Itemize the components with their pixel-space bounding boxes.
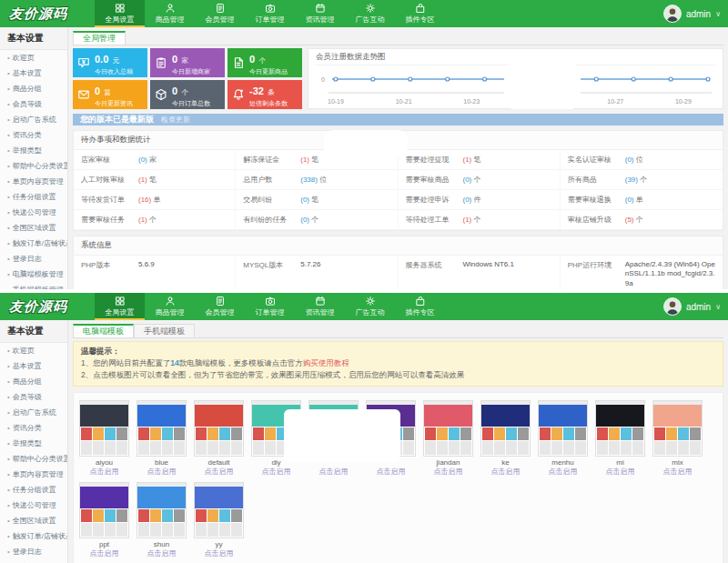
template-thumbnail[interactable] — [79, 482, 129, 538]
template-thumbnail[interactable] — [595, 400, 645, 457]
sidebar-item[interactable]: •快递公司管理 — [0, 205, 67, 220]
system-info-cell: MYSQL版本 5.7.26 — [236, 256, 398, 289]
system-info-value: Windows NT6.1 — [463, 260, 514, 269]
sidebar-item[interactable]: •手机端模板管理 — [0, 282, 67, 289]
template-thumbnail[interactable] — [79, 400, 129, 457]
template-thumbnail[interactable] — [480, 400, 531, 457]
todo-stat-value[interactable]: (0) — [300, 196, 309, 204]
nav-item[interactable]: 商品管理 — [145, 293, 195, 320]
template-thumbnail[interactable] — [194, 400, 244, 457]
sidebar-item[interactable]: •全国区域设置 — [0, 220, 67, 236]
todo-stat-value[interactable]: (16) — [138, 196, 151, 204]
tab-global-manage[interactable]: 全局管理 — [73, 31, 126, 45]
template-thumbnail[interactable] — [136, 400, 187, 457]
enable-template-link[interactable]: 点击启用 — [79, 548, 129, 558]
sidebar-item-label: 欢迎页 — [13, 347, 35, 355]
sidebar-item[interactable]: •电脑端模板管理 — [0, 559, 67, 563]
sidebar-item[interactable]: •会员等级 — [0, 389, 67, 405]
nav-item[interactable]: 插件专区 — [395, 0, 445, 27]
sidebar-item[interactable]: •帮助中心分类设置 — [0, 158, 67, 174]
nav-item[interactable]: 全局设置 — [95, 0, 145, 27]
tab[interactable]: 手机端模板 — [134, 324, 195, 337]
sidebar-item[interactable]: •举报类型 — [0, 143, 67, 158]
sidebar-item[interactable]: •登录日志 — [0, 544, 67, 559]
user-menu[interactable]: admin ∨ — [663, 0, 721, 27]
enable-template-link[interactable]: 点击启用 — [194, 467, 244, 477]
enable-template-link[interactable]: 点击启用 — [480, 467, 531, 477]
sidebar-item[interactable]: •启动广告系统 — [0, 112, 67, 127]
todo-stat-value[interactable]: (0) — [463, 176, 472, 184]
todo-stat-value[interactable]: (338) — [300, 176, 318, 184]
enable-template-link[interactable]: 点击启用 — [366, 467, 416, 477]
sidebar-item[interactable]: •单页内容页管理 — [0, 174, 67, 189]
sidebar-item[interactable]: •全国区域设置 — [0, 513, 67, 528]
todo-stat-value[interactable]: (1) — [138, 176, 147, 184]
sidebar-item[interactable]: •欢迎页 — [0, 343, 67, 358]
sidebar-item[interactable]: •商品分组 — [0, 81, 67, 96]
todo-stat-value[interactable]: (0) — [625, 196, 634, 204]
brand-logo[interactable]: 友价源码 — [0, 0, 96, 27]
todo-stat-value[interactable]: (1) — [463, 216, 472, 224]
nav-item[interactable]: 广告互动 — [345, 293, 395, 320]
sidebar-item[interactable]: •商品分组 — [0, 374, 67, 389]
nav-item[interactable]: 全局设置 — [95, 293, 145, 320]
sidebar-item[interactable]: •帮助中心分类设置 — [0, 451, 67, 467]
enable-template-link[interactable]: 点击启用 — [136, 467, 187, 477]
template-thumbnail[interactable] — [538, 400, 588, 457]
todo-stat-value[interactable]: (1) — [138, 216, 147, 224]
sidebar-item[interactable]: •触发订单/店铺状态 — [0, 236, 67, 251]
template-thumbnail[interactable] — [136, 482, 187, 538]
todo-stat-value[interactable]: (0) — [625, 156, 634, 164]
sidebar-item[interactable]: •单页内容页管理 — [0, 467, 67, 482]
nav-item[interactable]: 会员管理 — [195, 0, 245, 27]
sidebar-item[interactable]: •快递公司管理 — [0, 498, 67, 513]
sidebar-item[interactable]: •基本设置 — [0, 65, 67, 81]
sidebar-item[interactable]: •资讯分类 — [0, 127, 67, 143]
enable-template-link[interactable]: 点击启用 — [194, 548, 244, 558]
todo-stat-value[interactable]: (0) — [300, 216, 309, 224]
check-update-link[interactable]: 检查更新 — [161, 115, 190, 125]
nav-item[interactable]: 订单管理 — [245, 0, 295, 27]
tab[interactable]: 电脑端模板 — [73, 324, 134, 337]
enable-template-link[interactable]: 点击启用 — [652, 467, 703, 477]
nav-item[interactable]: 订单管理 — [245, 293, 295, 320]
buy-link[interactable]: 购买使用教程 — [303, 358, 349, 367]
sidebar-item[interactable]: •登录日志 — [0, 251, 67, 266]
template-thumbnail[interactable] — [652, 400, 703, 457]
sidebar-item[interactable]: •电脑端模板管理 — [0, 266, 67, 282]
nav-item[interactable]: 会员管理 — [195, 293, 245, 320]
brand-logo[interactable]: 友价源码 — [0, 293, 96, 320]
template-thumbnail[interactable] — [423, 400, 473, 457]
enable-template-link[interactable]: 点击启用 — [308, 467, 359, 477]
avatar[interactable] — [663, 5, 682, 23]
sidebar-item[interactable]: •基本设置 — [0, 358, 67, 374]
sidebar-item[interactable]: •启动广告系统 — [0, 405, 67, 420]
sidebar-item[interactable]: •触发订单/店铺状态 — [0, 528, 67, 544]
todo-stat-value[interactable]: (1) — [463, 156, 472, 164]
enable-template-link[interactable]: 点击启用 — [595, 467, 645, 477]
template-thumbnail[interactable] — [194, 482, 244, 538]
nav-item[interactable]: 广告互动 — [345, 0, 395, 27]
enable-template-link[interactable]: 点击启用 — [423, 467, 473, 477]
sidebar-item[interactable]: •举报类型 — [0, 436, 67, 451]
sidebar-item[interactable]: •任务分组设置 — [0, 482, 67, 498]
sidebar-item[interactable]: •资讯分类 — [0, 420, 67, 436]
sidebar-item[interactable]: •会员等级 — [0, 96, 67, 112]
sidebar-item[interactable]: •任务分组设置 — [0, 189, 67, 205]
avatar[interactable] — [663, 297, 682, 316]
sidebar-item[interactable]: •欢迎页 — [0, 50, 67, 65]
enable-template-link[interactable]: 点击启用 — [538, 467, 588, 477]
todo-stat-value[interactable]: (1) — [300, 156, 309, 164]
enable-template-link[interactable]: 点击启用 — [136, 548, 187, 558]
todo-stat-value[interactable]: (39) — [625, 176, 638, 184]
todo-stat-value[interactable]: (5) — [625, 216, 634, 224]
nav-item[interactable]: 插件专区 — [395, 293, 445, 320]
nav-item[interactable]: 资讯管理 — [295, 293, 345, 320]
enable-template-link[interactable]: 点击启用 — [79, 467, 129, 477]
todo-stat-value[interactable]: (0) — [463, 196, 472, 204]
nav-item[interactable]: 资讯管理 — [295, 0, 345, 27]
todo-stat-value[interactable]: (0) — [138, 156, 147, 164]
user-menu[interactable]: admin ∨ — [663, 293, 721, 320]
nav-item[interactable]: 商品管理 — [145, 0, 195, 27]
enable-template-link[interactable]: 点击启用 — [251, 467, 301, 477]
